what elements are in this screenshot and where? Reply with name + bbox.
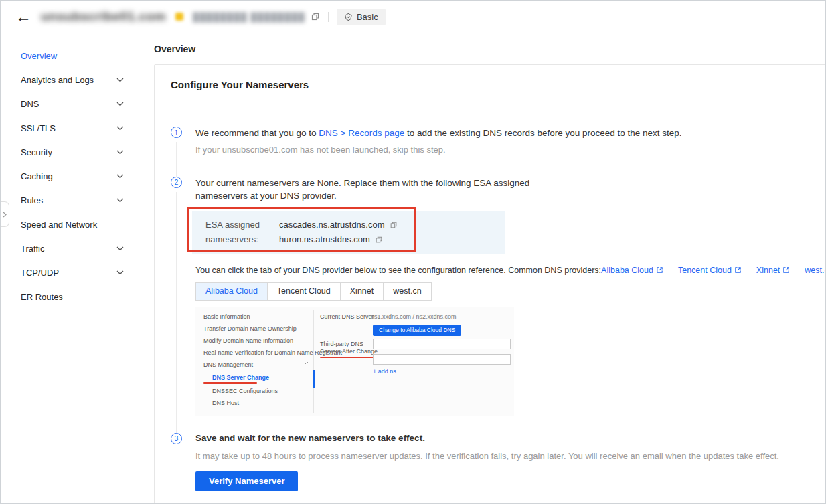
sidebar-item-security[interactable]: Security xyxy=(1,140,135,164)
esa-console-page: ← unsubscribe01.com ████████ ████████ Ba… xyxy=(0,0,826,504)
chevron-down-icon xyxy=(116,126,124,131)
configure-nameservers-card: Configure Your Nameservers 1 We recommen… xyxy=(154,64,825,504)
sidebar-item-overview[interactable]: Overview xyxy=(1,44,135,68)
step-2-number: 2 xyxy=(171,177,182,188)
provider-link-west-cn[interactable]: west.cn xyxy=(805,266,825,275)
provider-link-tencent-cloud[interactable]: Tencent Cloud xyxy=(678,266,742,275)
step-2: 2 Your current nameservers are None. Rep… xyxy=(171,177,810,433)
ref-ns-input-2 xyxy=(373,354,511,365)
main-content: Overview Configure Your Nameservers 1 We… xyxy=(135,33,825,504)
provider-link-xinnet[interactable]: Xinnet xyxy=(756,266,790,275)
copy-icon[interactable] xyxy=(375,236,383,244)
step-2-rail: 2 xyxy=(171,177,182,433)
step-1: 1 We recommend that you go to DNS > Reco… xyxy=(171,127,810,177)
sidebar-item-ssl-tls[interactable]: SSL/TLS xyxy=(1,116,135,140)
ref-current-dns-value: ns1.xxdns.com / ns2.xxdns.com xyxy=(371,313,457,320)
ref-current-dns-label: Current DNS Server xyxy=(320,313,374,320)
chevron-down-icon xyxy=(116,198,124,203)
domain-name-blurred: unsubscribe01.com xyxy=(41,9,166,24)
step-1-number: 1 xyxy=(171,127,182,138)
tab-alibaba-cloud[interactable]: Alibaba Cloud xyxy=(195,282,268,301)
sidebar-item-tcp-udp[interactable]: TCP/UDP xyxy=(1,260,135,284)
plan-badge-label: Basic xyxy=(357,12,378,22)
chevron-down-icon xyxy=(116,174,124,179)
masked-site-id: ████████ ████████ xyxy=(193,12,305,22)
plan-badge: Basic xyxy=(337,9,386,25)
chevron-down-icon xyxy=(116,270,124,275)
step-3-text: Save and wait for the new nameservers to… xyxy=(195,433,810,443)
ref-add-ns-link: + add ns xyxy=(373,368,396,375)
dns-provider-tabs: Alibaba Cloud Tencent Cloud Xinnet west.… xyxy=(195,282,810,301)
provider-link-alibaba-cloud[interactable]: Alibaba Cloud xyxy=(601,266,663,275)
chevron-down-icon xyxy=(116,246,124,251)
chevron-down-icon xyxy=(116,150,124,155)
step-1-rail: 1 xyxy=(171,127,182,177)
back-icon[interactable]: ← xyxy=(15,9,31,25)
ref-change-to-alibaba-dns-button: Change to Alibaba Cloud DNS xyxy=(373,325,461,336)
ref-third-party-label-2: Servers After Change xyxy=(320,348,378,355)
badge-gem-icon xyxy=(344,13,353,21)
ref-ns-input-1 xyxy=(373,339,511,349)
dns-records-page-link[interactable]: DNS > Records page xyxy=(319,128,404,138)
domain-header: ← unsubscribe01.com ████████ ████████ Ba… xyxy=(1,1,825,33)
provider-links-row: You can click the tab of your DNS provid… xyxy=(195,266,810,275)
ref-menu-divider xyxy=(313,310,314,413)
step-2-text: Your current nameservers are None. Repla… xyxy=(195,177,810,203)
layout: Overview Analytics and Logs DNS SSL/TLS … xyxy=(1,33,825,504)
sidebar-item-analytics-and-logs[interactable]: Analytics and Logs xyxy=(1,68,135,92)
sidebar-collapse-handle[interactable] xyxy=(0,201,9,227)
step-3-rail: 3 xyxy=(171,433,182,491)
tab-tencent-cloud[interactable]: Tencent Cloud xyxy=(267,282,341,301)
copy-icon[interactable] xyxy=(390,221,398,229)
ref-menu-dnssec-configurations: DNSSEC Configurations xyxy=(212,388,278,394)
tab-west-cn[interactable]: west.cn xyxy=(383,282,431,301)
ref-menu-dns-management: DNS Management xyxy=(203,361,253,368)
ref-menu-dns-host: DNS Host xyxy=(212,400,239,406)
sidebar-item-rules[interactable]: Rules xyxy=(1,188,135,212)
tab-xinnet[interactable]: Xinnet xyxy=(340,282,384,301)
copy-icon[interactable] xyxy=(311,12,320,21)
sidebar-item-er-routes[interactable]: ER Routes xyxy=(1,284,135,309)
page-title: Overview xyxy=(154,44,825,54)
sidebar-item-speed-and-network[interactable]: Speed and Network xyxy=(1,212,135,236)
ref-active-indicator xyxy=(313,370,315,388)
verify-nameserver-button[interactable]: Verify Nameserver xyxy=(195,471,298,491)
sidebar: Overview Analytics and Logs DNS SSL/TLS … xyxy=(1,33,135,504)
ns-label: ESA assigned nameservers: xyxy=(205,218,279,247)
status-dot-icon xyxy=(175,13,183,21)
card-body: 1 We recommend that you go to DNS > Reco… xyxy=(155,102,825,504)
ref-menu-basic-information: Basic Information xyxy=(203,313,250,320)
step-1-text: We recommend that you go to DNS > Record… xyxy=(195,127,810,140)
chevron-down-icon xyxy=(116,102,124,106)
ref-menu-transfer-ownership: Transfer Domain Name Ownership xyxy=(203,325,297,332)
chevron-up-icon xyxy=(305,361,310,365)
step-3-number: 3 xyxy=(171,433,182,444)
ref-menu-modify-info: Modify Domain Name Information xyxy=(203,337,293,344)
ref-third-party-label: Third-party DNS xyxy=(320,341,363,347)
esa-nameservers-row: ESA assigned nameservers: cascades.ns.at… xyxy=(192,211,505,254)
red-underline-annotation xyxy=(203,382,257,384)
step-3-subtext: It may take up to 48 hours to process na… xyxy=(195,451,810,461)
ref-menu-dns-server-change: DNS Server Change xyxy=(212,374,269,381)
configuration-reference-screenshot: Basic Information Transfer Domain Name O… xyxy=(195,307,514,416)
step-1-subtext: If your unsubscribe01.com has not been l… xyxy=(195,145,810,155)
step-3: 3 Save and wait for the new nameservers … xyxy=(171,433,810,491)
header-divider xyxy=(328,12,329,22)
nameserver-2: huron.ns.atrustdns.com xyxy=(279,232,398,247)
card-title: Configure Your Nameservers xyxy=(155,65,825,102)
sidebar-item-dns[interactable]: DNS xyxy=(1,92,135,116)
nameserver-1: cascades.ns.atrustdns.com xyxy=(279,218,398,232)
chevron-down-icon xyxy=(116,78,124,82)
sidebar-item-caching[interactable]: Caching xyxy=(1,164,135,188)
sidebar-item-traffic[interactable]: Traffic xyxy=(1,236,135,260)
